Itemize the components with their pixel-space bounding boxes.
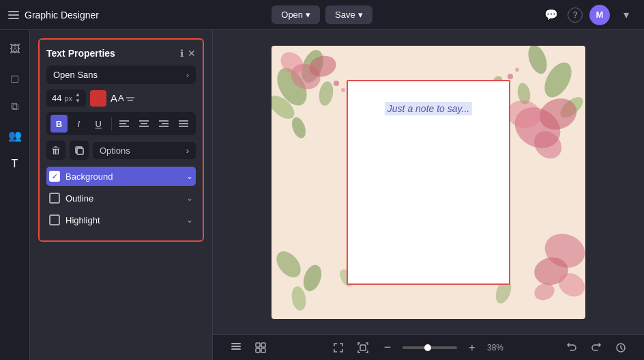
grid-icon[interactable] [251, 338, 270, 357]
font-selector[interactable]: Open Sans › [46, 66, 196, 84]
align-justify-button[interactable] [175, 115, 192, 133]
svg-point-31 [300, 262, 325, 294]
highlight-row[interactable]: Highlight ⌄ [46, 210, 196, 230]
avatar[interactable]: M [589, 5, 610, 25]
color-swatch[interactable] [90, 90, 106, 107]
sidebar-item-people[interactable]: 👥 [3, 123, 27, 148]
text-properties-panel: Text Properties ℹ ✕ Open Sans › 44 px ▲ [30, 30, 213, 360]
background-chevron-down-icon[interactable]: ⌄ [186, 171, 193, 181]
svg-rect-49 [261, 343, 265, 347]
options-row: 🗑 Options › [46, 141, 196, 160]
svg-rect-52 [360, 345, 366, 350]
menu-icon[interactable] [8, 11, 19, 19]
outline-chevron-down-icon[interactable]: ⌄ [186, 193, 193, 203]
sidebar-item-shapes[interactable]: ◻ [3, 66, 27, 90]
duplicate-button[interactable] [70, 141, 89, 160]
font-name-label: Open Sans [53, 70, 98, 80]
expand-icon[interactable] [329, 338, 348, 357]
topbar-center: Open ▾ Save ▾ [272, 5, 372, 24]
outline-row[interactable]: Outline ⌄ [46, 189, 196, 208]
bottombar: − + 38% [213, 334, 644, 360]
size-row: 44 px ▲ ▼ AA [46, 89, 196, 107]
svg-point-44 [515, 68, 519, 72]
svg-rect-48 [256, 343, 260, 347]
sidebar-item-layers[interactable]: ⧉ [3, 94, 27, 119]
font-size-unit: px [64, 94, 72, 102]
options-button[interactable]: Options › [93, 142, 196, 159]
chevron-down-icon: ▾ [306, 10, 310, 20]
bottom-left [226, 338, 270, 357]
decrement-icon[interactable]: ▼ [75, 98, 80, 104]
close-icon[interactable]: ✕ [188, 48, 196, 59]
svg-rect-13 [77, 148, 83, 154]
chevron-down-icon: ▾ [358, 10, 363, 20]
topbar: Graphic Designer Open ▾ Save ▾ 💬 ? M ▾ [0, 0, 644, 30]
align-right-button[interactable] [155, 115, 172, 133]
highlight-label: Highlight [65, 215, 100, 225]
align-left-button[interactable] [116, 115, 133, 133]
bottom-center: − + 38% [329, 338, 503, 357]
svg-point-43 [508, 74, 513, 79]
canvas-content[interactable]: Just a note to say... [213, 30, 644, 334]
bottom-right [562, 338, 630, 357]
fit-icon[interactable] [353, 338, 372, 357]
size-stepper[interactable]: ▲ ▼ [75, 92, 80, 104]
svg-point-20 [525, 46, 551, 77]
main: 🖼 ◻ ⧉ 👥 T Text Properties ℹ ✕ Open Sans … [0, 30, 644, 360]
chevron-down-icon[interactable]: ▾ [617, 5, 636, 25]
svg-rect-46 [231, 348, 241, 350]
outline-check-left: Outline [49, 193, 93, 204]
sidebar-item-image[interactable]: 🖼 [3, 37, 27, 61]
zoom-in-icon[interactable]: + [463, 338, 482, 357]
zoom-slider[interactable] [402, 346, 457, 349]
canvas-area: Just a note to say... − [213, 30, 644, 360]
background-check-left: Background [49, 171, 113, 182]
background-label: Background [65, 171, 113, 182]
zoom-out-icon[interactable]: − [378, 338, 397, 357]
panel-header: Text Properties ℹ ✕ [46, 48, 196, 59]
outline-label: Outline [65, 193, 93, 204]
font-size-value: 44 [52, 93, 61, 103]
history-icon[interactable] [611, 338, 630, 357]
increment-icon[interactable]: ▲ [75, 92, 80, 98]
svg-point-41 [334, 81, 339, 86]
svg-rect-50 [256, 348, 260, 352]
topbar-left: Graphic Designer [8, 10, 263, 20]
panel-inner: Text Properties ℹ ✕ Open Sans › 44 px ▲ [38, 38, 204, 242]
save-button[interactable]: Save ▾ [325, 5, 372, 24]
chat-icon[interactable]: 💬 [542, 5, 561, 25]
chevron-right-icon: › [186, 146, 189, 156]
design-canvas[interactable]: Just a note to say... [272, 46, 585, 319]
underline-button[interactable]: U [90, 115, 107, 133]
background-row[interactable]: Background ⌄ [46, 167, 196, 186]
layers-icon[interactable] [226, 338, 246, 357]
svg-rect-47 [231, 343, 241, 344]
svg-rect-51 [261, 348, 265, 352]
redo-icon[interactable] [587, 338, 606, 357]
highlight-chevron-down-icon[interactable]: ⌄ [186, 215, 193, 225]
separator [111, 117, 112, 130]
format-row: B I U [46, 112, 196, 135]
undo-icon[interactable] [562, 338, 581, 357]
svg-point-32 [290, 285, 308, 311]
sidebar: 🖼 ◻ ⧉ 👥 T [0, 30, 30, 360]
chevron-right-icon: › [186, 70, 189, 80]
panel-title: Text Properties [46, 48, 115, 59]
text-case-icon[interactable]: AA [111, 92, 134, 104]
align-center-button[interactable] [135, 115, 152, 133]
card-text: Just a note to say... [385, 102, 472, 115]
open-button[interactable]: Open ▾ [272, 5, 320, 24]
outline-checkbox[interactable] [49, 193, 60, 204]
svg-point-18 [289, 115, 308, 139]
delete-button[interactable]: 🗑 [46, 141, 65, 160]
sidebar-item-text[interactable]: T [3, 152, 27, 176]
highlight-checkbox[interactable] [49, 214, 60, 225]
info-icon[interactable]: ℹ [180, 48, 184, 59]
svg-rect-45 [231, 346, 241, 347]
background-checkbox[interactable] [49, 171, 60, 182]
bold-button[interactable]: B [50, 115, 68, 133]
italic-button[interactable]: I [70, 115, 87, 133]
help-icon[interactable]: ? [568, 8, 583, 23]
font-size-input[interactable]: 44 px ▲ ▼ [46, 89, 86, 107]
panel-header-icons: ℹ ✕ [180, 48, 196, 59]
